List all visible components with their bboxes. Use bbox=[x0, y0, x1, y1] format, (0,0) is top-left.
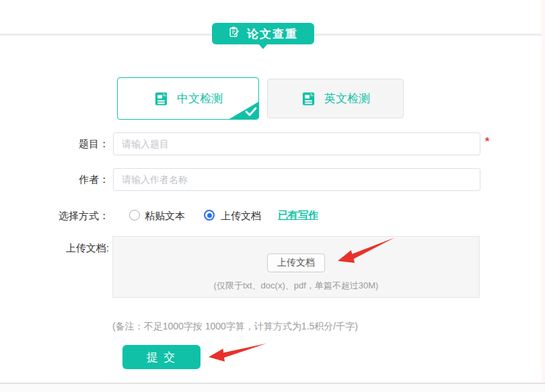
pricing-note: (备注：不足1000字按 1000字算，计算方式为1.5积分/千字) bbox=[112, 321, 358, 333]
tab-label: 中文检测 bbox=[177, 91, 223, 106]
page-title-badge: 论文查重 bbox=[212, 23, 314, 44]
upload-label: 上传文档: bbox=[28, 242, 109, 255]
submit-button[interactable]: 提 交 bbox=[122, 345, 201, 369]
radio-paste-text[interactable] bbox=[129, 210, 140, 221]
author-input[interactable] bbox=[113, 168, 480, 191]
radio-paste-text-label[interactable]: 粘贴文本 bbox=[145, 210, 185, 223]
right-edge-strip bbox=[542, 0, 545, 392]
paper-check-page: 论文查重 中文检测 bbox=[0, 0, 545, 392]
tab-english-check[interactable]: 英文检测 bbox=[267, 79, 404, 118]
title-label: 题目： bbox=[28, 138, 109, 151]
clipboard-edit-icon bbox=[228, 26, 240, 42]
red-arrow-submit-annotation bbox=[207, 341, 268, 366]
upload-hint: (仅限于txt、doc(x)、pdf，单篇不超过30M) bbox=[214, 280, 379, 292]
upload-dropzone[interactable]: 上传文档 (仅限于txt、doc(x)、pdf，单篇不超过30M) bbox=[112, 236, 480, 298]
title-input[interactable] bbox=[113, 132, 480, 155]
radio-upload-doc[interactable] bbox=[204, 210, 215, 221]
existing-writing-link[interactable]: 已有写作 bbox=[278, 209, 318, 222]
upload-file-button[interactable]: 上传文档 bbox=[267, 253, 325, 272]
document-icon bbox=[153, 91, 169, 107]
document-icon bbox=[301, 91, 316, 107]
page-background-below bbox=[0, 384, 545, 392]
selected-check-icon bbox=[228, 102, 259, 120]
method-label: 选择方式： bbox=[28, 210, 109, 223]
radio-upload-doc-label[interactable]: 上传文档 bbox=[221, 210, 261, 223]
tab-chinese-check[interactable]: 中文检测 bbox=[117, 77, 259, 120]
page-title: 论文查重 bbox=[247, 26, 298, 42]
tab-label: 英文检测 bbox=[324, 91, 370, 106]
author-label: 作者： bbox=[28, 173, 109, 186]
required-asterisk: * bbox=[485, 136, 489, 148]
